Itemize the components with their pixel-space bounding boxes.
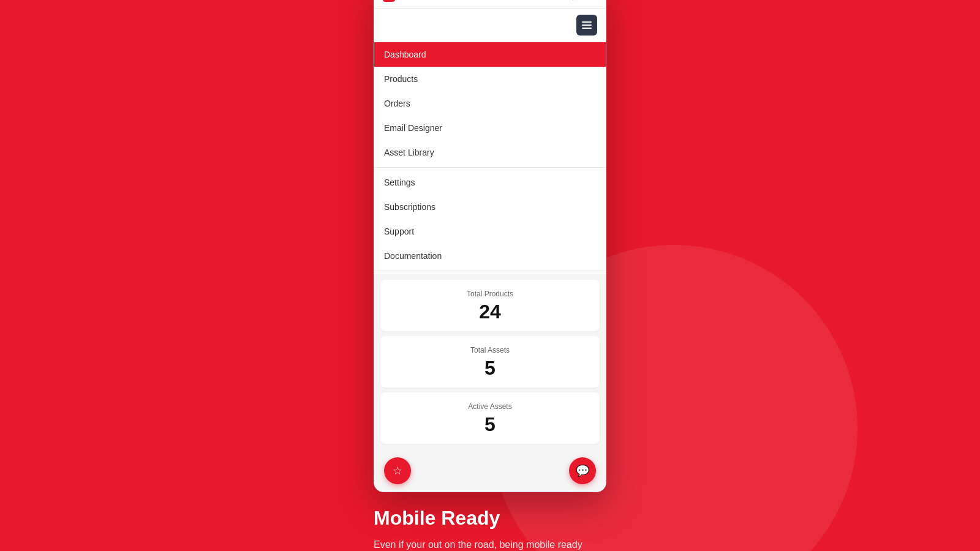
stat-card-total-products: Total Products 24	[380, 280, 600, 331]
browser-bar: a AnyAsset - Digital Downloads 📌 ···	[374, 0, 606, 9]
more-options-icon[interactable]: ···	[587, 0, 597, 1]
menu-bar	[374, 9, 606, 42]
nav-item-dashboard[interactable]: Dashboard	[374, 42, 606, 67]
stats-section: Total Products 24 Total Assets 5 Active …	[374, 274, 606, 450]
nav-section: Dashboard Products Orders Email Designer…	[374, 42, 606, 271]
stat-label-total-products: Total Products	[390, 290, 590, 298]
stat-label-active-assets: Active Assets	[390, 402, 590, 411]
nav-item-settings[interactable]: Settings	[374, 170, 606, 195]
promo-heading: Mobile Ready	[374, 507, 606, 530]
stat-value-total-assets: 5	[390, 358, 590, 378]
menu-button[interactable]	[576, 15, 597, 36]
page-wrapper: a AnyAsset - Digital Downloads 📌 ···	[374, 0, 606, 551]
nav-divider-2	[374, 271, 606, 271]
pin-icon[interactable]: 📌	[572, 0, 582, 1]
nav-item-asset-library[interactable]: Asset Library	[374, 140, 606, 165]
stat-card-active-assets: Active Assets 5	[380, 392, 600, 444]
nav-item-products[interactable]: Products	[374, 67, 606, 91]
app-content: Dashboard Products Orders Email Designer…	[374, 9, 606, 492]
app-logo: a	[383, 0, 395, 2]
nav-divider	[374, 167, 606, 168]
promo-section: Mobile Ready Even if your out on the roa…	[374, 507, 606, 551]
stat-value-total-products: 24	[390, 302, 590, 321]
phone-frame: a AnyAsset - Digital Downloads 📌 ···	[374, 0, 606, 492]
promo-body: Even if your out on the road, being mobi…	[374, 537, 606, 551]
chat-icon: 💬	[576, 464, 589, 478]
fab-chat-button[interactable]: 💬	[569, 457, 596, 484]
bottom-bar: ☆ 💬	[374, 450, 606, 492]
nav-item-email-designer[interactable]: Email Designer	[374, 116, 606, 140]
nav-item-documentation[interactable]: Documentation	[374, 244, 606, 268]
stat-value-active-assets: 5	[390, 414, 590, 434]
nav-item-support[interactable]: Support	[374, 219, 606, 244]
stat-card-total-assets: Total Assets 5	[380, 336, 600, 388]
nav-item-orders[interactable]: Orders	[374, 91, 606, 116]
star-icon: ☆	[393, 464, 402, 478]
stat-label-total-assets: Total Assets	[390, 346, 590, 354]
nav-item-subscriptions[interactable]: Subscriptions	[374, 195, 606, 219]
hamburger-icon	[582, 21, 592, 29]
fab-star-button[interactable]: ☆	[384, 457, 411, 484]
